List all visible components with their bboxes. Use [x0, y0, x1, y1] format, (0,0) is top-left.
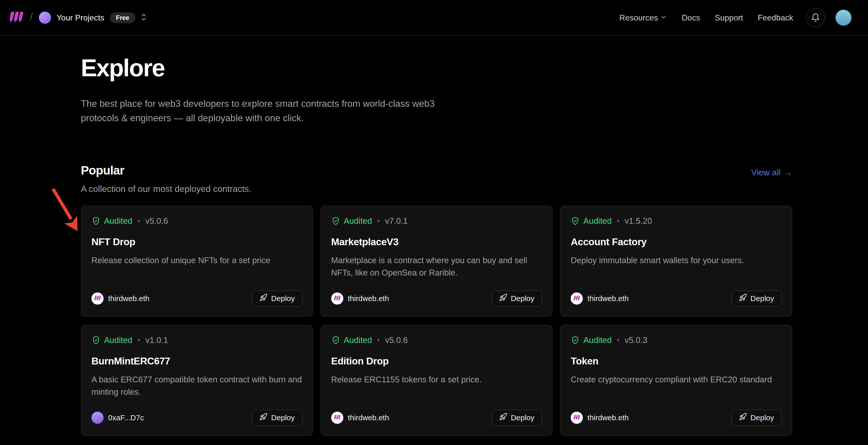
notifications-button[interactable] [806, 8, 825, 27]
publisher-link[interactable]: thirdweb.eth [571, 412, 628, 424]
contract-card[interactable]: Audited • v7.0.1 MarketplaceV3 Marketpla… [320, 205, 553, 317]
view-all-label: View all [751, 167, 781, 177]
team-avatar[interactable] [39, 11, 51, 24]
nav-docs[interactable]: Docs [682, 13, 700, 23]
header-nav: Resources Docs Support Feedback [619, 13, 793, 23]
rocket-icon [499, 293, 507, 303]
deploy-button[interactable]: Deploy [731, 410, 782, 426]
card-meta-row: Audited • v7.0.1 [331, 216, 542, 226]
contract-version: v5.0.3 [625, 336, 648, 345]
publisher-link[interactable]: thirdweb.eth [331, 412, 389, 424]
page-title: Explore [81, 54, 792, 82]
publisher-name: thirdweb.eth [348, 294, 389, 303]
audited-label: Audited [583, 216, 612, 226]
deploy-button[interactable]: Deploy [731, 290, 782, 307]
arrow-right-icon: → [784, 167, 792, 177]
rocket-icon [739, 413, 747, 422]
deploy-label: Deploy [511, 294, 534, 303]
contract-version: v7.0.1 [385, 216, 408, 226]
dot-separator: • [617, 216, 620, 226]
contract-version: v5.0.6 [385, 336, 408, 345]
contract-card[interactable]: Audited • v1.0.1 BurnMintERC677 A basic … [81, 325, 313, 436]
explore-page: Explore The best place for web3 develope… [81, 54, 792, 436]
contract-card[interactable]: Audited • v1.5.20 Account Factory Deploy… [560, 205, 792, 317]
team-switcher-button[interactable] [140, 12, 148, 23]
contract-title: Edition Drop [331, 356, 542, 367]
contract-title: Account Factory [571, 236, 782, 248]
deploy-button[interactable]: Deploy [252, 290, 302, 307]
contract-description: Deploy immutable smart wallets for your … [571, 254, 782, 267]
publisher-link[interactable]: thirdweb.eth [91, 292, 149, 305]
card-meta-row: Audited • v5.0.6 [331, 336, 542, 345]
card-footer: thirdweb.eth Deploy [91, 290, 302, 307]
card-meta-row: Audited • v5.0.6 [91, 216, 302, 226]
publisher-name: thirdweb.eth [587, 413, 628, 422]
rocket-icon [499, 413, 507, 422]
chevrons-up-down-icon [140, 12, 148, 23]
plan-badge: Free [110, 12, 135, 23]
contract-title: MarketplaceV3 [331, 236, 542, 248]
bell-icon [811, 13, 820, 23]
deploy-label: Deploy [271, 294, 294, 303]
breadcrumb-separator: / [30, 11, 33, 23]
section-title: Popular [81, 163, 124, 177]
deploy-button[interactable]: Deploy [492, 410, 542, 426]
deploy-button[interactable]: Deploy [252, 410, 302, 426]
nav-resources-label: Resources [619, 13, 658, 23]
breadcrumb-team-name[interactable]: Your Projects [57, 13, 104, 23]
dot-separator: • [377, 216, 380, 226]
audited-label: Audited [583, 336, 612, 345]
publisher-avatar [571, 412, 583, 424]
deploy-label: Deploy [271, 413, 294, 422]
publisher-avatar [91, 412, 103, 424]
publisher-link[interactable]: thirdweb.eth [571, 292, 628, 305]
publisher-name: thirdweb.eth [348, 413, 389, 422]
contract-description: Create cryptocurrency compliant with ERC… [571, 373, 782, 386]
nav-feedback[interactable]: Feedback [757, 13, 793, 23]
deploy-label: Deploy [750, 294, 774, 303]
user-avatar[interactable] [835, 9, 852, 26]
audited-label: Audited [104, 336, 132, 345]
nav-support[interactable]: Support [715, 13, 743, 23]
contract-card-grid: Audited • v5.0.6 NFT Drop Release collec… [81, 205, 792, 436]
dot-separator: • [377, 336, 380, 345]
publisher-name: 0xaF...D7c [108, 413, 144, 422]
contract-card[interactable]: Audited • v5.0.3 Token Create cryptocurr… [560, 325, 792, 436]
section-description: A collection of our most deployed contra… [81, 184, 792, 194]
publisher-link[interactable]: thirdweb.eth [331, 292, 389, 305]
contract-version: v1.5.20 [625, 216, 652, 226]
dot-separator: • [617, 336, 620, 345]
chevron-down-icon [660, 13, 667, 23]
contract-description: A basic ERC677 compatible token contract… [91, 373, 302, 398]
contract-version: v1.0.1 [146, 336, 168, 345]
contract-title: BurnMintERC677 [91, 356, 302, 367]
publisher-link[interactable]: 0xaF...D7c [91, 412, 144, 424]
popular-section-header: Popular View all → [81, 163, 792, 177]
shield-check-icon [91, 336, 100, 345]
card-meta-row: Audited • v1.0.1 [91, 336, 302, 345]
contract-version: v5.0.6 [146, 216, 168, 226]
shield-check-icon [91, 217, 100, 225]
top-navigation-bar: / Your Projects Free Resources Docs Supp… [0, 0, 868, 36]
rocket-icon [259, 293, 268, 303]
publisher-avatar [91, 292, 103, 305]
dot-separator: • [137, 336, 141, 345]
thirdweb-logo-icon[interactable] [9, 12, 23, 24]
card-footer: thirdweb.eth Deploy [571, 290, 782, 307]
audited-label: Audited [344, 336, 372, 345]
contract-description: Release ERC1155 tokens for a set price. [331, 373, 542, 386]
view-all-link[interactable]: View all → [751, 167, 792, 177]
deploy-label: Deploy [750, 413, 774, 422]
card-footer: thirdweb.eth Deploy [331, 290, 542, 307]
nav-resources[interactable]: Resources [619, 13, 667, 23]
contract-card[interactable]: Audited • v5.0.6 NFT Drop Release collec… [81, 205, 313, 317]
rocket-icon [739, 293, 747, 303]
contract-title: Token [571, 356, 782, 367]
card-footer: thirdweb.eth Deploy [331, 410, 542, 426]
publisher-name: thirdweb.eth [108, 294, 149, 303]
publisher-avatar [571, 292, 583, 305]
contract-card[interactable]: Audited • v5.0.6 Edition Drop Release ER… [320, 325, 553, 436]
card-meta-row: Audited • v5.0.3 [571, 336, 782, 345]
deploy-button[interactable]: Deploy [492, 290, 542, 307]
publisher-name: thirdweb.eth [587, 294, 628, 303]
